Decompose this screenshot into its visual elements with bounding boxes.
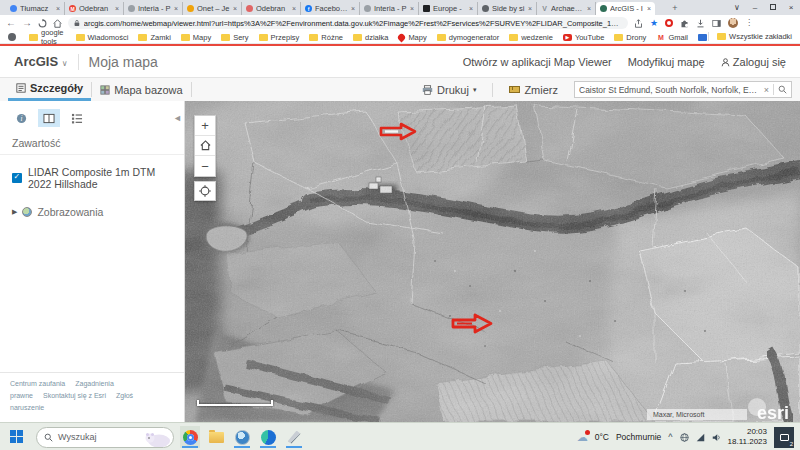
content-tab-icon[interactable] <box>38 109 60 127</box>
measure-button[interactable]: Zmierz <box>501 84 566 96</box>
back-icon[interactable]: ← <box>6 18 16 28</box>
legend-icon[interactable] <box>66 109 88 127</box>
taskbar-edge-icon[interactable] <box>258 426 278 448</box>
bookmark-item[interactable]: Mapy <box>181 33 211 42</box>
bookmark-item[interactable]: M Gmail <box>656 33 688 42</box>
taskbar-app-icon[interactable] <box>284 426 304 448</box>
weather-temp[interactable]: 0°C <box>595 432 609 442</box>
browser-tab[interactable]: Onet – Je × <box>183 2 242 15</box>
tab-close-icon[interactable]: × <box>292 5 296 12</box>
details-tab[interactable]: Szczegóły <box>8 78 91 101</box>
reload-icon[interactable] <box>38 19 47 28</box>
map-canvas[interactable]: Maxar, Microsoft esri + − <box>185 101 800 422</box>
browser-tab[interactable]: Tłumacz × <box>6 2 65 15</box>
tab-close-icon[interactable]: × <box>115 5 119 12</box>
browser-tab[interactable]: Europe - × <box>419 2 478 15</box>
clear-search-icon[interactable]: × <box>764 85 769 95</box>
bookmark-item[interactable]: Drony <box>614 33 646 42</box>
bookmark-star-icon[interactable]: ★ <box>650 18 658 28</box>
extensions-puzzle-icon[interactable] <box>680 19 689 28</box>
profile-avatar[interactable] <box>728 18 738 28</box>
layer-item[interactable]: LIDAR Composite 1m DTM 2022 Hillshade <box>0 155 184 194</box>
browser-tab[interactable]: Interia - P × <box>360 2 419 15</box>
menu-dots-icon[interactable]: ⋮ <box>745 19 753 27</box>
tab-close-icon[interactable]: × <box>410 5 414 12</box>
bookmark-item[interactable]: Sery <box>221 33 248 42</box>
volume-icon[interactable] <box>712 433 721 442</box>
bookmark-item[interactable]: dymogenerator <box>437 33 499 42</box>
weather-icon[interactable]: ☁ <box>577 431 588 444</box>
action-center-button[interactable]: 2 <box>774 427 794 448</box>
bookmark-item[interactable]: Wiadomości <box>76 33 129 42</box>
open-in-map-viewer-link[interactable]: Otwórz w aplikacji Map Viewer <box>463 56 612 68</box>
taskbar-google-earth-icon[interactable] <box>232 426 252 448</box>
taskbar-explorer-icon[interactable] <box>206 426 226 448</box>
browser-tab[interactable]: V Archaeolc × <box>537 2 596 15</box>
tab-close-icon[interactable]: × <box>174 5 178 12</box>
print-button[interactable]: Drukuj ▾ <box>414 84 484 96</box>
find-my-location-button[interactable] <box>194 181 216 201</box>
url-omnibox[interactable]: arcgis.com/home/webmap/viewer.html?url=h… <box>68 17 628 29</box>
weather-text[interactable]: Pochmurnie <box>616 432 661 442</box>
maximize-button[interactable] <box>764 0 782 15</box>
browser-tab[interactable]: Side by si × <box>478 2 537 15</box>
layer-checkbox[interactable] <box>12 173 22 183</box>
bookmark-item[interactable]: ▶ YouTube <box>563 33 604 42</box>
browser-tab[interactable]: Interia - P × <box>124 2 183 15</box>
tab-close-icon[interactable]: × <box>528 5 532 12</box>
browser-tab[interactable]: ArcGIS - I × <box>596 2 655 15</box>
basemap-button[interactable]: Mapa bazowa <box>92 78 191 101</box>
browser-tab[interactable]: f Facebook × <box>301 2 360 15</box>
share-icon[interactable] <box>634 19 643 28</box>
close-button[interactable]: × <box>782 0 800 15</box>
imagery-group-item[interactable]: ▶ Zobrazowania <box>0 194 184 230</box>
about-info-icon[interactable]: i <box>10 109 32 127</box>
hidden-icons-chevron[interactable]: ^ <box>668 432 672 442</box>
tab-close-icon[interactable]: × <box>56 5 60 12</box>
footer-link[interactable]: Skontaktuj się z Esri <box>43 392 106 399</box>
tray-globe-icon[interactable] <box>680 433 689 442</box>
download-icon[interactable] <box>696 19 705 28</box>
printer-icon <box>422 85 433 95</box>
browser-tab[interactable]: Odebran × <box>242 2 301 15</box>
tab-search-chevron-icon[interactable]: ∨ <box>728 0 746 15</box>
home-icon[interactable] <box>53 19 62 28</box>
footer-link[interactable]: Centrum zaufania <box>10 380 65 387</box>
new-tab-button[interactable]: + <box>668 1 682 14</box>
tab-close-icon[interactable]: × <box>469 5 473 12</box>
all-bookmarks-button[interactable]: Wszystkie zakładki <box>708 32 792 41</box>
forward-icon[interactable]: → <box>22 18 32 28</box>
collapse-sidebar-icon[interactable]: ◄ <box>173 113 182 123</box>
zoom-out-button[interactable]: − <box>195 156 215 176</box>
bookmark-item[interactable]: wedzenie <box>509 33 553 42</box>
location-search-box[interactable]: Caistor St Edmund, South Norfolk, Norfol… <box>574 81 792 98</box>
taskbar-clock[interactable]: 20:03 18.11.2023 <box>728 427 767 446</box>
opera-extension-icon[interactable] <box>665 19 673 27</box>
network-icon[interactable] <box>696 433 705 442</box>
bookmark-item[interactable]: Przepisy <box>259 33 300 42</box>
browser-tab[interactable]: M Odebran × <box>65 2 124 15</box>
bookmark-item[interactable]: działka <box>353 33 388 42</box>
search-icon[interactable] <box>778 85 787 94</box>
minimize-button[interactable]: – <box>746 0 764 15</box>
bookmark-item[interactable]: Mapy <box>398 33 426 42</box>
tab-close-icon[interactable]: × <box>587 5 591 12</box>
zoom-in-button[interactable]: + <box>195 116 215 136</box>
bookmark-item[interactable] <box>8 33 19 41</box>
home-extent-button[interactable] <box>195 136 215 156</box>
bookmark-item[interactable]: Zamki <box>138 33 170 42</box>
expand-caret-icon[interactable]: ▶ <box>12 208 17 216</box>
bookmark-item[interactable]: google tools <box>29 28 66 46</box>
side-panel-icon[interactable] <box>712 19 721 28</box>
sign-in-link[interactable]: Zaloguj się <box>721 56 786 68</box>
tab-close-icon[interactable]: × <box>647 5 651 12</box>
bookmark-item[interactable]: Różne <box>309 33 343 42</box>
windows-start-button[interactable] <box>10 430 24 444</box>
taskbar-search-box[interactable]: Wyszukaj <box>36 427 174 448</box>
modify-map-link[interactable]: Modyfikuj mapę <box>628 56 705 68</box>
tab-close-icon[interactable]: × <box>351 5 355 12</box>
tab-close-icon[interactable]: × <box>233 5 237 12</box>
arcgis-logo[interactable]: ArcGIS ∨ <box>14 54 68 69</box>
tab-favicon <box>482 5 489 12</box>
taskbar-chrome-icon[interactable] <box>180 426 200 448</box>
